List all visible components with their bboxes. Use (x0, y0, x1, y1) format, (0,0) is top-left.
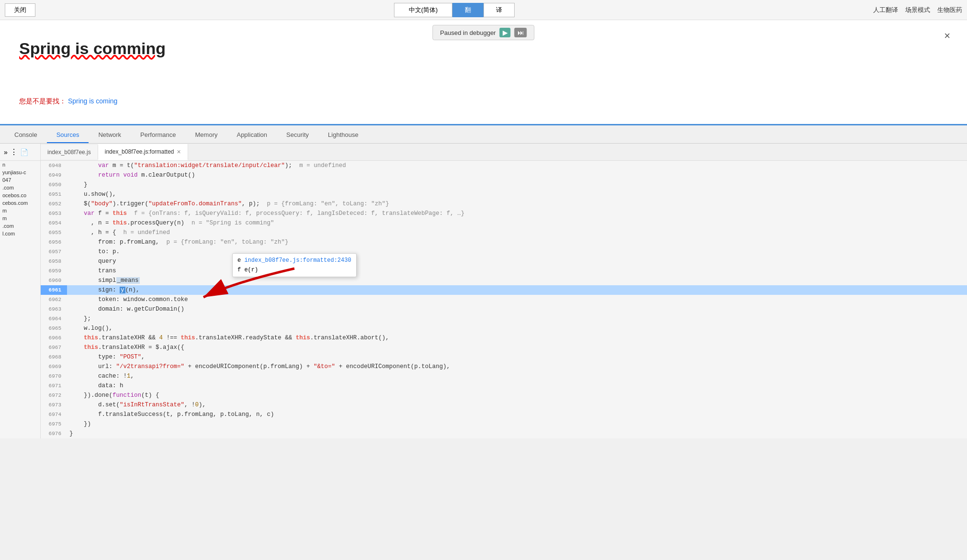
suggestion-link[interactable]: Spring is coming (68, 97, 118, 105)
code-line: 6959 trans (41, 266, 967, 276)
code-line: 6954 , n = this.processQuery(n) n = "Spr… (41, 218, 967, 228)
tab-application[interactable]: Application (227, 127, 277, 143)
code-line: 6953 var f = this f = {onTrans: f, isQue… (41, 209, 967, 218)
devtools-tabs: Console Sources Network Performance Memo… (0, 125, 967, 144)
tooltip-line2: f e(r) (237, 265, 351, 275)
more-icon[interactable]: ⋮ (10, 147, 18, 157)
list-item[interactable]: .com (0, 222, 40, 230)
line-content: this.translateXHR = $.ajax({ (67, 343, 967, 352)
code-line: 6948 var m = t("translation:widget/trans… (41, 161, 967, 170)
code-tooltip: e index_b08f7ee.js:formatted:2430 f e(r) (232, 253, 357, 277)
line-number: 6963 (41, 304, 67, 314)
line-number: 6954 (41, 218, 67, 228)
line-content: trans (67, 266, 967, 276)
line-number: 6972 (41, 391, 67, 400)
code-line: 6967 this.translateXHR = $.ajax({ (41, 343, 967, 352)
list-item[interactable]: 047 (0, 176, 40, 184)
line-content: var f = this f = {onTrans: f, isQueryVal… (67, 209, 967, 218)
close-tab-icon[interactable]: × (177, 148, 181, 156)
file-icon[interactable]: 📄 (20, 148, 28, 156)
cn-yi-tab[interactable]: 译 (484, 3, 515, 17)
tab-security[interactable]: Security (277, 127, 318, 143)
list-item[interactable]: n (0, 161, 40, 168)
line-content: type: "POST", (67, 352, 967, 362)
list-item[interactable]: yunjiasu-c (0, 168, 40, 176)
tab-memory[interactable]: Memory (186, 127, 227, 143)
cn-human-translate[interactable]: 人工翻译 (873, 6, 898, 14)
line-number: 6953 (41, 209, 67, 218)
code-line: 6970 cache: !1, (41, 371, 967, 381)
line-content: }; (67, 314, 967, 324)
line-content: sign: y(n), (67, 285, 967, 295)
list-item[interactable]: l.com (0, 230, 40, 237)
code-line: 6976 } (41, 429, 967, 438)
line-content: u.show(), (67, 190, 967, 199)
code-editor[interactable]: 6948 var m = t("translation:widget/trans… (41, 161, 967, 438)
line-number: 6962 (41, 295, 67, 304)
list-item[interactable]: ocebos.co (0, 191, 40, 199)
code-line: 6956 from: p.fromLang, p = {fromLang: "e… (41, 237, 967, 247)
line-number: 6966 (41, 333, 67, 343)
tab-performance[interactable]: Performance (131, 127, 185, 143)
code-line: 6950 } (41, 180, 967, 190)
code-line: 6965 w.log(), (41, 324, 967, 333)
line-content: to: p. (67, 247, 967, 257)
line-content: token: window.common.toke (67, 295, 967, 304)
line-number: 6952 (41, 199, 67, 209)
line-number: 6968 (41, 352, 67, 362)
cn-lang-tab[interactable]: 中文(简体) (394, 3, 453, 17)
code-line: 6966 this.translateXHR && 4 !== this.tra… (41, 333, 967, 343)
resume-button[interactable]: ▶ (500, 28, 511, 37)
line-number: 6973 (41, 400, 67, 410)
chevron-right-icon[interactable]: » (4, 148, 8, 156)
line-number: 6976 (41, 429, 67, 438)
step-button[interactable]: ⏭ (515, 28, 527, 37)
page-close-button[interactable]: × (944, 30, 950, 42)
line-number: 6969 (41, 362, 67, 371)
line-number: 6965 (41, 324, 67, 333)
file-tabs-bar: index_b08f7ee.js index_b08f7ee.js:format… (41, 144, 967, 161)
cn-close-tab[interactable]: 关闭 (5, 3, 35, 17)
line-content: this.translateXHR && 4 !== this.translat… (67, 333, 967, 343)
list-item[interactable]: .com (0, 184, 40, 191)
line-content: query (67, 257, 967, 266)
cn-toolbar: 关闭 中文(简体) 翻 译 人工翻译 场景模式 生物医药 (0, 0, 967, 20)
tab-console[interactable]: Console (5, 127, 47, 143)
list-item[interactable]: m (0, 207, 40, 214)
line-content: from: p.fromLang, p = {fromLang: "en", t… (67, 237, 967, 247)
tab-network[interactable]: Network (89, 127, 131, 143)
line-number: 6949 (41, 170, 67, 180)
line-number: 6955 (41, 228, 67, 237)
line-number: 6951 (41, 190, 67, 199)
line-number: 6967 (41, 343, 67, 352)
file-tab-formatted[interactable]: index_b08f7ee.js:formatted × (98, 144, 188, 160)
cn-scene-mode[interactable]: 场景模式 (905, 6, 930, 14)
list-item[interactable]: cebos.com (0, 199, 40, 207)
code-line: 6963 domain: w.getCurDomain() (41, 304, 967, 314)
tab-sources[interactable]: Sources (47, 127, 89, 143)
code-line: 6951 u.show(), (41, 190, 967, 199)
tooltip-link[interactable]: index_b08f7ee.js:formatted:2430 (244, 257, 351, 264)
line-content: , h = { h = undefined (67, 228, 967, 237)
line-content: $("body").trigger("updateFromTo.domainTr… (67, 199, 967, 209)
file-tab-index[interactable]: index_b08f7ee.js (41, 145, 98, 159)
line-content: } (67, 429, 967, 438)
line-content: }) (67, 419, 967, 429)
file-tab-formatted-label: index_b08f7ee.js:formatted (105, 148, 174, 155)
line-number: 6959 (41, 266, 67, 276)
line-content: , n = this.processQuery(n) n = "Spring i… (67, 218, 967, 228)
list-item[interactable]: m (0, 214, 40, 222)
sidebar-icons: » ⋮ 📄 (0, 144, 40, 161)
line-content: f.translateSuccess(t, p.fromLang, p.toLa… (67, 410, 967, 419)
tab-lighthouse[interactable]: Lighthouse (318, 127, 368, 143)
code-line: 6968 type: "POST", (41, 352, 967, 362)
line-content: w.log(), (67, 324, 967, 333)
cn-bio-tab[interactable]: 生物医药 (937, 6, 962, 14)
line-content: domain: w.getCurDomain() (67, 304, 967, 314)
line-number: 6971 (41, 381, 67, 391)
suggestion-area: 您是不是要找： Spring is coming (19, 97, 948, 106)
code-line: 6971 data: h (41, 381, 967, 391)
cn-translate-tab[interactable]: 翻 (452, 3, 484, 17)
code-line: 6975 }) (41, 419, 967, 429)
debugger-banner: Paused in debugger ▶ ⏭ (432, 25, 534, 40)
